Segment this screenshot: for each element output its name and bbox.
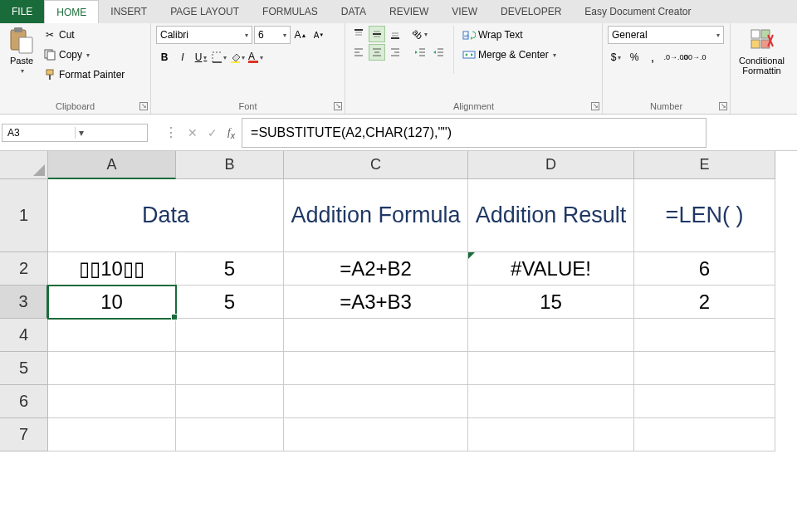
font-dialog-launcher[interactable]: ↘ xyxy=(334,102,342,110)
cell-b2[interactable]: 5 xyxy=(176,252,284,286)
row-header-3[interactable]: 3 xyxy=(0,286,48,319)
tab-easy-document-creator[interactable]: Easy Document Creator xyxy=(573,0,702,23)
italic-button[interactable]: I xyxy=(174,49,191,66)
chevron-down-icon[interactable]: ▾ xyxy=(75,127,148,139)
borders-button[interactable]: ▾ xyxy=(211,49,227,66)
row-header-7[interactable]: 7 xyxy=(0,418,48,451)
font-size-combo[interactable]: 6 ▾ xyxy=(254,26,291,44)
alignment-dialog-launcher[interactable]: ↘ xyxy=(591,102,599,110)
tab-file[interactable]: FILE xyxy=(0,0,44,23)
copy-button[interactable]: Copy ▾ xyxy=(42,46,126,64)
column-header-c[interactable]: C xyxy=(284,151,468,179)
align-left-button[interactable] xyxy=(350,44,367,61)
cell-e6[interactable] xyxy=(634,385,775,418)
number-dialog-launcher[interactable]: ↘ xyxy=(719,102,727,110)
cell-c3[interactable]: =A3+B3 xyxy=(284,286,468,319)
select-all-corner[interactable] xyxy=(0,151,48,179)
increase-indent-button[interactable] xyxy=(430,44,447,61)
cell-d2[interactable]: #VALUE! xyxy=(468,252,634,286)
cell-b6[interactable] xyxy=(176,385,284,418)
cell-b3[interactable]: 5 xyxy=(176,286,284,319)
cell-a5[interactable] xyxy=(48,352,176,385)
decrease-decimal-button[interactable]: .00→.0 xyxy=(686,49,702,66)
cell-a2[interactable]: ▯▯10▯▯ xyxy=(48,252,176,286)
comma-format-button[interactable]: , xyxy=(644,49,661,66)
decrease-font-size-button[interactable]: A▼ xyxy=(310,27,327,43)
cell-e1[interactable]: =LEN( ) xyxy=(634,179,775,252)
cell-d7[interactable] xyxy=(468,418,634,451)
cell-d5[interactable] xyxy=(468,352,634,385)
number-format-combo[interactable]: General ▾ xyxy=(608,26,724,44)
underline-button[interactable]: U▾ xyxy=(193,49,209,66)
font-color-button[interactable]: A ▾ xyxy=(247,49,264,66)
cell-d3[interactable]: 15 xyxy=(468,286,634,319)
row-header-6[interactable]: 6 xyxy=(0,385,48,418)
column-header-e[interactable]: E xyxy=(634,151,775,179)
font-name-combo[interactable]: Calibri ▾ xyxy=(156,26,252,44)
wrap-text-button[interactable]: ab Wrap Text xyxy=(461,26,558,44)
cell-b5[interactable] xyxy=(176,352,284,385)
name-box[interactable]: A3 ▾ xyxy=(2,124,148,142)
clipboard-dialog-launcher[interactable]: ↘ xyxy=(139,102,148,110)
tab-view[interactable]: VIEW xyxy=(440,0,489,23)
tab-home[interactable]: HOME xyxy=(44,0,99,23)
align-middle-button[interactable] xyxy=(369,26,385,42)
decrease-indent-button[interactable] xyxy=(412,44,428,61)
cut-button[interactable]: ✂ Cut xyxy=(42,26,126,44)
cell-a4[interactable] xyxy=(48,319,176,352)
accounting-format-button[interactable]: $▾ xyxy=(608,49,624,66)
cell-e3[interactable]: 2 xyxy=(634,286,775,319)
cell-c7[interactable] xyxy=(284,418,468,451)
cell-d6[interactable] xyxy=(468,385,634,418)
percent-format-button[interactable]: % xyxy=(626,49,643,66)
cell-a6[interactable] xyxy=(48,385,176,418)
row-header-1[interactable]: 1 xyxy=(0,179,48,252)
align-top-button[interactable] xyxy=(350,26,367,42)
cell-c2[interactable]: =A2+B2 xyxy=(284,252,468,286)
cell-b7[interactable] xyxy=(176,418,284,451)
tab-data[interactable]: DATA xyxy=(330,0,378,23)
cell-e7[interactable] xyxy=(634,418,775,451)
formula-input[interactable]: =SUBSTITUTE(A2,CHAR(127),"") xyxy=(242,118,707,148)
cell-d4[interactable] xyxy=(468,319,634,352)
cell-c1[interactable]: Addition Formula xyxy=(284,179,468,252)
tab-insert[interactable]: INSERT xyxy=(99,0,159,23)
cell-e5[interactable] xyxy=(634,352,775,385)
cell-b4[interactable] xyxy=(176,319,284,352)
bold-button[interactable]: B xyxy=(156,49,173,66)
tab-review[interactable]: REVIEW xyxy=(378,0,440,23)
fx-icon[interactable]: fx xyxy=(227,125,235,140)
format-painter-button[interactable]: Format Painter xyxy=(42,66,126,84)
format-painter-label: Format Painter xyxy=(59,69,125,81)
accept-formula-button[interactable]: ✓ xyxy=(208,126,218,139)
align-bottom-button[interactable] xyxy=(387,26,403,42)
conditional-formatting-button[interactable]: Conditional Formattin xyxy=(736,26,788,77)
cell-c6[interactable] xyxy=(284,385,468,418)
tab-developer[interactable]: DEVELOPER xyxy=(489,0,573,23)
cancel-formula-button[interactable]: ✕ xyxy=(188,126,198,139)
increase-font-size-button[interactable]: A▲ xyxy=(292,27,309,43)
align-right-button[interactable] xyxy=(387,44,403,61)
row-header-2[interactable]: 2 xyxy=(0,252,48,286)
merge-center-button[interactable]: Merge & Center ▾ xyxy=(461,46,558,64)
cell-c5[interactable] xyxy=(284,352,468,385)
paste-button[interactable]: Paste ▾ xyxy=(5,26,38,76)
cell-a7[interactable] xyxy=(48,418,176,451)
orientation-button[interactable]: ab▾ xyxy=(412,26,428,42)
row-header-5[interactable]: 5 xyxy=(0,352,48,385)
cell-a1[interactable]: Data xyxy=(48,179,284,252)
cell-a3[interactable]: 10 xyxy=(48,286,176,319)
indent-icon xyxy=(433,46,444,58)
fill-color-button[interactable]: ▾ xyxy=(229,49,246,66)
cell-c4[interactable] xyxy=(284,319,468,352)
cell-d1[interactable]: Addition Result xyxy=(468,179,634,252)
row-header-4[interactable]: 4 xyxy=(0,319,48,352)
tab-page-layout[interactable]: PAGE LAYOUT xyxy=(159,0,251,23)
cell-e4[interactable] xyxy=(634,319,775,352)
cell-e2[interactable]: 6 xyxy=(634,252,775,286)
tab-formulas[interactable]: FORMULAS xyxy=(251,0,330,23)
align-center-button[interactable] xyxy=(369,44,385,61)
column-header-b[interactable]: B xyxy=(176,151,284,179)
column-header-a[interactable]: A xyxy=(48,151,176,179)
column-header-d[interactable]: D xyxy=(468,151,634,179)
